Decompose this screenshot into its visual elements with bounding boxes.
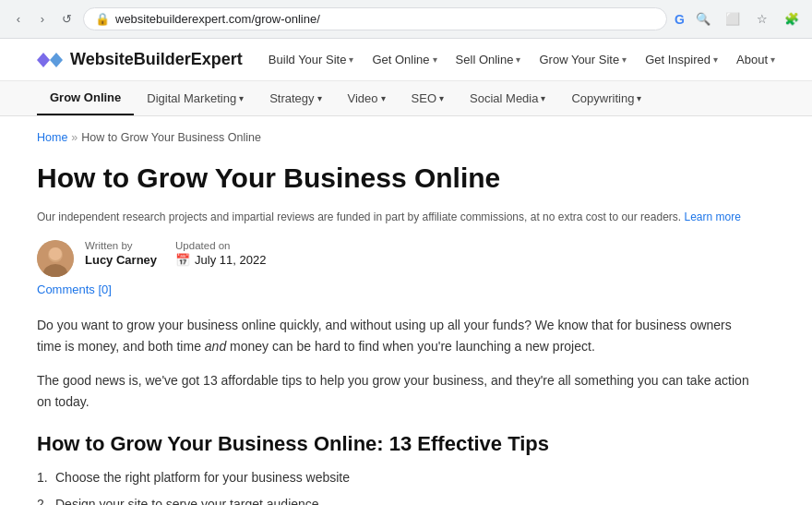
updated-date: 📅 July 11, 2022 [175, 253, 266, 267]
browser-controls: ‹ › ↺ [9, 10, 76, 29]
disclaimer-text: Our independent research projects and im… [37, 209, 757, 225]
nav-get-inspired[interactable]: Get Inspired ▾ [645, 53, 718, 66]
nav-build-your-site[interactable]: Build Your Site ▾ [269, 53, 354, 66]
comments-link[interactable]: Comments [0] [37, 283, 757, 296]
section-heading: How to Grow Your Business Online: 13 Eff… [37, 431, 757, 458]
chevron-down-icon: ▾ [239, 93, 244, 103]
chevron-down-icon: ▾ [349, 54, 353, 65]
author-meta: Written by Lucy Carney [85, 240, 157, 267]
article-list: Choose the right platform for your busin… [37, 468, 757, 505]
bookmark-button[interactable]: ⬜ [722, 8, 744, 30]
body-paragraph-2: The good news is, we've got 13 affordabl… [37, 370, 757, 413]
chevron-down-icon: ▾ [433, 54, 437, 65]
star-button[interactable]: ☆ [751, 8, 773, 30]
updated-label: Updated on [175, 240, 266, 251]
chevron-down-icon: ▾ [637, 93, 641, 103]
updated-date-text: July 11, 2022 [195, 253, 266, 267]
sec-nav-copywriting[interactable]: Copywriting ▾ [558, 82, 654, 114]
page-content: Home » How to Grow Your Business Online … [0, 116, 794, 505]
chevron-down-icon: ▾ [541, 93, 545, 103]
lock-icon: 🔒 [95, 12, 110, 26]
updated-col: Updated on 📅 July 11, 2022 [175, 240, 266, 267]
chevron-down-icon: ▾ [516, 54, 520, 65]
sec-nav-strategy[interactable]: Strategy ▾ [257, 82, 334, 114]
browser-chrome: ‹ › ↺ 🔒 websitebuilderexpert.com/grow-on… [0, 0, 812, 39]
chevron-down-icon: ▾ [770, 54, 775, 65]
written-by-label: Written by [85, 240, 157, 251]
article-title: How to Grow Your Business Online [37, 161, 757, 196]
list-item: Design your site to serve your target au… [55, 495, 757, 505]
author-row: Written by Lucy Carney Updated on 📅 July… [37, 240, 757, 277]
nav-grow-your-site[interactable]: Grow Your Site ▾ [539, 53, 627, 66]
avatar [37, 240, 74, 277]
nav-about[interactable]: About ▾ [736, 53, 775, 66]
nav-sell-online[interactable]: Sell Online ▾ [456, 53, 521, 66]
sec-nav-seo[interactable]: SEO ▾ [399, 82, 457, 114]
italic-and: and [205, 339, 226, 354]
author-name: Lucy Carney [85, 253, 157, 267]
list-item: Choose the right platform for your busin… [55, 468, 757, 487]
chevron-down-icon: ▾ [622, 54, 627, 65]
google-g-logo: G [675, 12, 685, 27]
site-logo[interactable]: WebsiteBuilderExpert [37, 50, 243, 69]
reload-button[interactable]: ↺ [57, 10, 76, 29]
chevron-down-icon: ▾ [317, 93, 322, 103]
svg-point-3 [49, 247, 62, 260]
sec-nav-grow-online[interactable]: Grow Online [37, 81, 134, 115]
breadcrumb: Home » How to Grow Your Business Online [37, 131, 757, 144]
breadcrumb-separator: » [71, 131, 78, 144]
nav-get-online[interactable]: Get Online ▾ [372, 53, 436, 66]
learn-more-link[interactable]: Learn more [684, 210, 740, 223]
calendar-icon: 📅 [175, 253, 190, 267]
url-text: websitebuilderexpert.com/grow-online/ [115, 12, 655, 26]
browser-actions: G 🔍 ⬜ ☆ 🧩 [675, 8, 803, 30]
back-button[interactable]: ‹ [9, 10, 28, 29]
logo-icon [37, 51, 63, 69]
breadcrumb-home[interactable]: Home [37, 131, 67, 144]
address-bar[interactable]: 🔒 websitebuilderexpert.com/grow-online/ [83, 7, 667, 30]
secondary-nav: Grow Online Digital Marketing ▾ Strategy… [0, 81, 812, 116]
forward-button[interactable]: › [33, 10, 52, 29]
chevron-down-icon: ▾ [381, 93, 386, 103]
body-paragraph-1: Do you want to grow your business online… [37, 315, 757, 357]
site-header: WebsiteBuilderExpert Build Your Site ▾ G… [0, 39, 812, 81]
logo-text: WebsiteBuilderExpert [70, 50, 243, 69]
chevron-down-icon: ▾ [713, 54, 718, 65]
sec-nav-video[interactable]: Video ▾ [335, 82, 399, 114]
chevron-down-icon: ▾ [439, 93, 444, 103]
extensions-button[interactable]: 🧩 [781, 8, 803, 30]
main-nav: Build Your Site ▾ Get Online ▾ Sell Onli… [269, 53, 775, 66]
breadcrumb-current: How to Grow Your Business Online [81, 131, 261, 144]
sec-nav-digital-marketing[interactable]: Digital Marketing ▾ [134, 82, 257, 114]
search-browser-button[interactable]: 🔍 [692, 8, 714, 30]
sec-nav-social-media[interactable]: Social Media ▾ [457, 82, 558, 114]
